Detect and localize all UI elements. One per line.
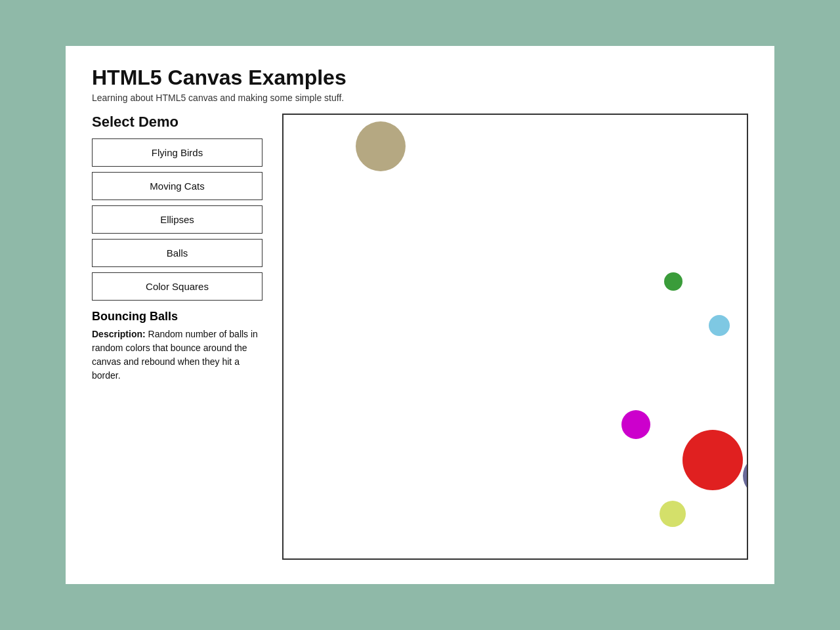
- ball-10: [682, 430, 743, 490]
- content-area: Select Demo Flying BirdsMoving CatsEllip…: [92, 114, 748, 560]
- demo-info-desc-label: Description:: [92, 329, 146, 339]
- ball-9: [621, 410, 650, 439]
- color-squares-button[interactable]: Color Squares: [92, 272, 262, 301]
- ball-5: [709, 315, 730, 336]
- page-title: HTML5 Canvas Examples: [92, 66, 748, 90]
- ball-1: [664, 272, 682, 291]
- demo-info-desc: Description: Random number of balls in r…: [92, 327, 262, 383]
- ball-14: [660, 501, 686, 527]
- page-subtitle: Learning about HTML5 canvas and making s…: [92, 93, 748, 103]
- demo-info-title: Bouncing Balls: [92, 310, 262, 324]
- flying-birds-button[interactable]: Flying Birds: [92, 138, 262, 167]
- canvas-area: [282, 114, 748, 560]
- select-demo-label: Select Demo: [92, 114, 262, 131]
- demo-info: Bouncing Balls Description: Random numbe…: [92, 310, 262, 383]
- ball-0: [356, 121, 406, 171]
- ellipses-button[interactable]: Ellipses: [92, 205, 262, 234]
- main-container: HTML5 Canvas Examples Learning about HTM…: [66, 46, 774, 584]
- moving-cats-button[interactable]: Moving Cats: [92, 172, 262, 200]
- balls-button[interactable]: Balls: [92, 239, 262, 267]
- buttons-container: Flying BirdsMoving CatsEllipsesBallsColo…: [92, 138, 262, 301]
- ball-11: [743, 456, 748, 495]
- sidebar: Select Demo Flying BirdsMoving CatsEllip…: [92, 114, 262, 383]
